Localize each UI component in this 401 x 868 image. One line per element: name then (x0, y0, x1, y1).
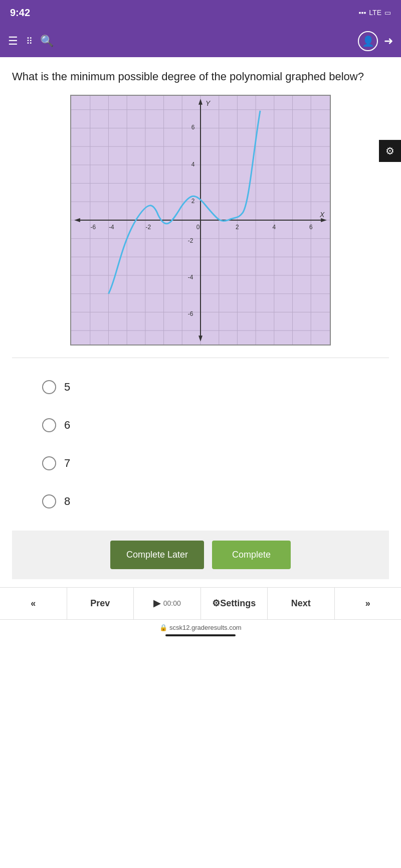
double-next-icon: » (365, 598, 370, 609)
svg-text:-4: -4 (188, 274, 193, 281)
settings-gear-button[interactable]: ⚙ (379, 140, 401, 162)
radio-8[interactable] (42, 494, 56, 508)
status-bar: 9:42 ▪▪▪ LTE ▭ (0, 0, 401, 25)
svg-text:2: 2 (191, 198, 195, 205)
radio-6[interactable] (42, 418, 56, 432)
signal-icon: ▪▪▪ (358, 9, 366, 17)
radio-inner-5 (46, 384, 53, 391)
svg-text:6: 6 (309, 224, 313, 231)
avatar-icon: 👤 (362, 35, 374, 47)
svg-text:-2: -2 (146, 224, 151, 231)
svg-text:-4: -4 (109, 224, 114, 231)
radio-5[interactable] (42, 380, 56, 394)
radio-7[interactable] (42, 456, 56, 470)
prev-label: Prev (90, 598, 110, 609)
option-row-8[interactable]: 8 (42, 482, 359, 520)
svg-text:X: X (319, 211, 325, 219)
complete-later-button[interactable]: Complete Later (110, 541, 204, 569)
option-label-7: 7 (64, 457, 70, 470)
divider (12, 358, 389, 358)
svg-text:-6: -6 (188, 310, 193, 317)
svg-text:4: 4 (191, 161, 195, 168)
graph-svg: Y X -6 -4 -2 0 2 4 6 6 4 2 (71, 96, 330, 344)
battery-icon: ▭ (384, 9, 391, 17)
main-content: What is the minimum possible degree of t… (0, 57, 401, 587)
settings-button[interactable]: ⚙ Settings (201, 588, 268, 619)
grid-icon[interactable]: ⠿ (26, 36, 32, 47)
option-label-6: 6 (64, 419, 70, 432)
next-button[interactable]: Next (268, 588, 335, 619)
option-label-8: 8 (64, 495, 70, 508)
footer-url: scsk12.graderesults.com (169, 624, 242, 631)
play-icon: ▶ (153, 598, 160, 609)
svg-text:-2: -2 (188, 237, 193, 244)
radio-inner-7 (46, 460, 53, 467)
options-container: 5 6 7 8 (12, 368, 389, 520)
lock-icon: 🔒 (159, 624, 167, 631)
double-prev-icon: « (31, 598, 36, 609)
bottom-nav: « Prev ▶ 00:00 ⚙ Settings Next » (0, 587, 401, 619)
svg-text:4: 4 (273, 224, 276, 231)
prev-button[interactable]: Prev (67, 588, 134, 619)
menu-icon[interactable]: ☰ (8, 35, 18, 48)
action-area: Complete Later Complete (12, 531, 389, 579)
footer: 🔒 scsk12.graderesults.com (0, 619, 401, 640)
svg-text:0: 0 (196, 224, 200, 231)
lte-label: LTE (369, 9, 381, 17)
timer-label: 00:00 (163, 599, 181, 607)
complete-button[interactable]: Complete (212, 541, 291, 569)
radio-inner-6 (46, 422, 53, 429)
graph-container: Y X -6 -4 -2 0 2 4 6 6 4 2 (70, 95, 331, 345)
status-icons: ▪▪▪ LTE ▭ (358, 9, 391, 17)
double-next-button[interactable]: » (335, 588, 402, 619)
play-button[interactable]: ▶ 00:00 (134, 588, 201, 619)
svg-text:2: 2 (236, 224, 239, 231)
logout-icon[interactable]: ➜ (384, 35, 393, 48)
option-label-5: 5 (64, 381, 70, 394)
status-time: 9:42 (10, 7, 30, 19)
option-row-6[interactable]: 6 (42, 406, 359, 444)
settings-gear-icon: ⚙ (212, 598, 220, 609)
radio-inner-8 (46, 498, 53, 505)
svg-text:-6: -6 (90, 224, 96, 231)
option-row-7[interactable]: 7 (42, 444, 359, 482)
settings-label: Settings (220, 598, 256, 609)
next-label: Next (291, 598, 311, 609)
double-prev-button[interactable]: « (0, 588, 67, 619)
question-text: What is the minimum possible degree of t… (12, 69, 389, 85)
content-wrapper: ⚙ What is the minimum possible degree of… (0, 57, 401, 587)
search-icon[interactable]: 🔍 (40, 35, 54, 48)
svg-text:6: 6 (191, 124, 195, 131)
option-row-5[interactable]: 5 (42, 368, 359, 406)
nav-right: 👤 ➜ (358, 31, 393, 51)
avatar[interactable]: 👤 (358, 31, 378, 51)
nav-bar: ☰ ⠿ 🔍 👤 ➜ (0, 25, 401, 57)
footer-bar (165, 634, 236, 636)
